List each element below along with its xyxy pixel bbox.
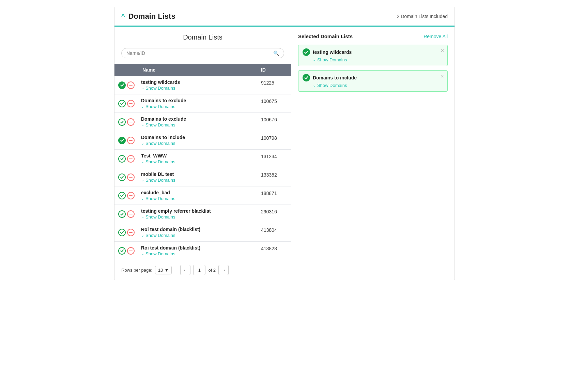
show-domains-text: Show Domains — [317, 83, 347, 88]
row-id: 100798 — [257, 131, 291, 150]
domain-lists-panel: ^ Domain Lists 2 Domain Lists Included D… — [114, 7, 455, 280]
collapse-icon[interactable]: ^ — [121, 13, 125, 20]
remove-row-icon[interactable] — [127, 137, 135, 144]
search-input[interactable] — [126, 50, 273, 56]
col-header-name: Name — [138, 64, 257, 76]
row-id: 131234 — [257, 150, 291, 168]
remove-all-button[interactable]: Remove All — [424, 34, 448, 39]
show-domains-link[interactable]: ⌄Show Domains — [141, 214, 254, 220]
row-id: 100675 — [257, 94, 291, 113]
section-title: Domain Lists — [128, 12, 175, 21]
search-container: 🔍 — [114, 48, 291, 64]
check-unselected-icon[interactable] — [118, 118, 126, 126]
row-actions-cell — [114, 113, 138, 131]
check-unselected-icon[interactable] — [118, 247, 126, 255]
pagination-divider — [176, 266, 176, 274]
show-domains-link[interactable]: ⌄Show Domains — [141, 86, 254, 91]
page-of-label: of 2 — [208, 268, 216, 273]
selected-card-check-icon[interactable] — [303, 74, 310, 81]
table-row: Roi test domain (blacklist)⌄Show Domains… — [114, 223, 291, 242]
show-domains-label: Show Domains — [145, 196, 175, 201]
selected-card-check-icon[interactable] — [303, 48, 310, 56]
check-unselected-icon[interactable] — [118, 210, 126, 218]
chevron-down-icon: ⌄ — [313, 83, 316, 88]
table-row: Roi test domain (blacklist)⌄Show Domains… — [114, 242, 291, 260]
table-row: Domains to exclude⌄Show Domains100675 — [114, 94, 291, 113]
chevron-down-small-icon: ⌄ — [141, 104, 144, 109]
row-name-cell: Domains to include⌄Show Domains — [138, 131, 257, 150]
check-unselected-icon[interactable] — [118, 174, 126, 181]
right-panel-title: Selected Domain Lists — [298, 33, 353, 39]
row-id: 413828 — [257, 242, 291, 260]
row-name: testing empty referrer blacklist — [141, 208, 254, 214]
show-domains-link[interactable]: ⌄Show Domains — [141, 178, 254, 183]
selected-card-name: Domains to include — [313, 75, 443, 80]
remove-row-icon[interactable] — [127, 247, 135, 255]
row-name: Domains to include — [141, 135, 254, 140]
check-selected-icon[interactable] — [118, 81, 126, 89]
check-unselected-icon[interactable] — [118, 192, 126, 199]
table-row: Domains to exclude⌄Show Domains100676 — [114, 113, 291, 131]
remove-row-icon[interactable] — [127, 229, 135, 236]
row-actions-cell — [114, 186, 138, 205]
show-domains-link[interactable]: ⌄Show Domains — [141, 159, 254, 164]
table-row: exclude_bad⌄Show Domains188871 — [114, 186, 291, 205]
selected-card-show-domains-link[interactable]: ⌄Show Domains — [313, 57, 443, 62]
show-domains-label: Show Domains — [145, 251, 175, 256]
show-domains-link[interactable]: ⌄Show Domains — [141, 141, 254, 146]
row-actions — [114, 244, 138, 258]
next-page-button[interactable]: → — [218, 265, 229, 275]
row-actions — [114, 207, 138, 221]
remove-row-icon[interactable] — [127, 174, 135, 181]
row-name: exclude_bad — [141, 190, 254, 195]
show-domains-label: Show Domains — [145, 122, 175, 127]
show-domains-label: Show Domains — [145, 104, 175, 109]
table-row: testing empty referrer blacklist⌄Show Do… — [114, 205, 291, 223]
selected-card-close-icon[interactable]: × — [441, 73, 444, 79]
row-actions-cell — [114, 168, 138, 186]
row-id: 100676 — [257, 113, 291, 131]
row-actions-cell — [114, 242, 138, 260]
show-domains-label: Show Domains — [145, 233, 175, 238]
remove-row-icon[interactable] — [127, 210, 135, 218]
remove-row-icon[interactable] — [127, 155, 135, 163]
remove-row-icon[interactable] — [127, 192, 135, 199]
check-selected-icon[interactable] — [118, 137, 126, 144]
chevron-down-small-icon: ⌄ — [141, 196, 144, 201]
show-domains-link[interactable]: ⌄Show Domains — [141, 104, 254, 109]
row-name-cell: Roi test domain (blacklist)⌄Show Domains — [138, 242, 257, 260]
rows-per-page-label: Rows per page: — [121, 268, 152, 273]
selected-card-close-icon[interactable]: × — [441, 48, 444, 54]
show-domains-link[interactable]: ⌄Show Domains — [141, 122, 254, 127]
row-id: 188871 — [257, 186, 291, 205]
check-unselected-icon[interactable] — [118, 229, 126, 236]
show-domains-link[interactable]: ⌄Show Domains — [141, 251, 254, 256]
table-row: Domains to include⌄Show Domains100798 — [114, 131, 291, 150]
rows-per-page-select[interactable]: 10 ▼ — [155, 266, 172, 274]
domain-lists-table: Name ID testing wildcards⌄Show Domains91… — [114, 64, 291, 260]
remove-row-icon[interactable] — [127, 81, 135, 89]
row-id: 91225 — [257, 76, 291, 94]
remove-row-icon[interactable] — [127, 100, 135, 107]
row-name: mobile DL test — [141, 171, 254, 177]
row-name-cell: testing empty referrer blacklist⌄Show Do… — [138, 205, 257, 223]
remove-row-icon[interactable] — [127, 118, 135, 126]
row-actions — [114, 96, 138, 111]
check-unselected-icon[interactable] — [118, 155, 126, 163]
row-name: Domains to exclude — [141, 98, 254, 103]
left-panel: Domain Lists 🔍 Name ID — [114, 27, 291, 280]
section-header-left: ^ Domain Lists — [121, 12, 175, 21]
chevron-down-small-icon: ⌄ — [141, 141, 144, 146]
row-actions — [114, 225, 138, 240]
section-count: 2 Domain Lists Included — [397, 14, 448, 19]
show-domains-link[interactable]: ⌄Show Domains — [141, 196, 254, 201]
show-domains-link[interactable]: ⌄Show Domains — [141, 233, 254, 238]
main-content: Domain Lists 🔍 Name ID — [114, 27, 455, 280]
row-name-cell: Test_WWW⌄Show Domains — [138, 150, 257, 168]
prev-page-button[interactable]: ← — [180, 265, 190, 275]
check-unselected-icon[interactable] — [118, 100, 126, 107]
row-actions — [114, 170, 138, 184]
row-name: Roi test domain (blacklist) — [141, 245, 254, 251]
show-domains-label: Show Domains — [145, 178, 175, 183]
selected-card-show-domains-link[interactable]: ⌄Show Domains — [313, 83, 443, 88]
